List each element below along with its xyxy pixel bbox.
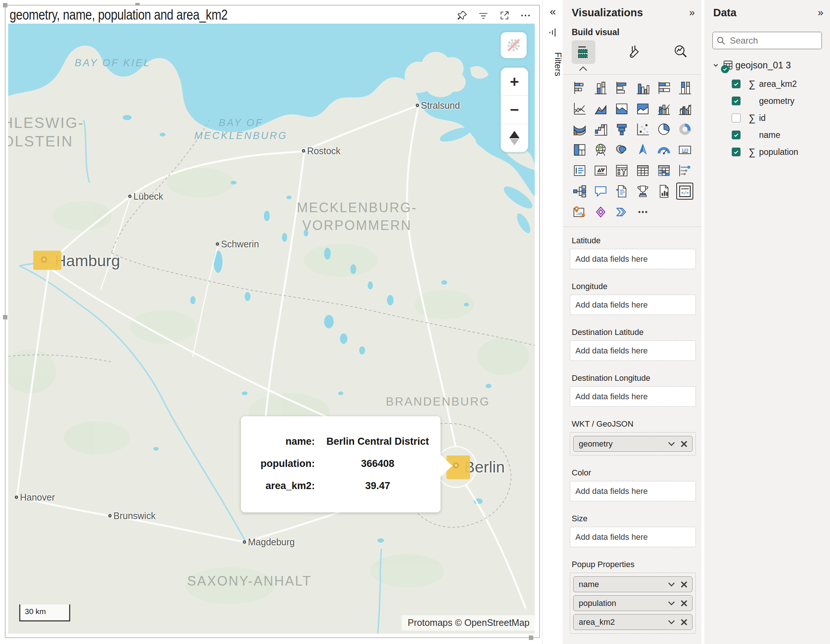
- stacked-bar-chart-visual-icon[interactable]: [571, 79, 588, 96]
- field-name[interactable]: geometry: [759, 96, 795, 106]
- pie-chart-visual-icon[interactable]: [655, 121, 672, 138]
- card-visual-icon[interactable]: 123: [676, 141, 693, 158]
- expand-filters-icon[interactable]: «: [542, 5, 563, 18]
- data-table-name[interactable]: geojson_01 3: [735, 60, 791, 71]
- more-options-visual-icon[interactable]: [634, 203, 651, 220]
- field-row-geometry[interactable]: ∑geometry: [713, 92, 826, 109]
- more-options-icon[interactable]: [520, 10, 531, 21]
- smart-narrative-visual-icon[interactable]: [613, 182, 630, 200]
- power-apps-visual-icon[interactable]: [592, 203, 609, 220]
- donut-chart-visual-icon[interactable]: [676, 121, 693, 138]
- paginated-report-visual-icon[interactable]: [655, 182, 672, 200]
- city-marker-hanover[interactable]: Hanover: [15, 492, 55, 503]
- ribbon-chart-visual-icon[interactable]: [571, 121, 588, 138]
- collapse-pane-icon[interactable]: »: [689, 7, 695, 19]
- focus-mode-icon[interactable]: [499, 10, 510, 21]
- scatter-chart-visual-icon[interactable]: [634, 121, 651, 138]
- tab-build-visual[interactable]: [572, 40, 596, 64]
- filter-pane-icon[interactable]: [548, 27, 558, 38]
- multi-row-card-visual-icon[interactable]: [571, 162, 588, 179]
- remove-field-icon[interactable]: [680, 600, 688, 607]
- zoom-in-button[interactable]: +: [501, 68, 528, 95]
- field-name[interactable]: population: [759, 147, 798, 157]
- table-visual-icon[interactable]: [634, 162, 651, 179]
- resize-handle[interactable]: [3, 315, 7, 319]
- decomposition-tree-visual-icon[interactable]: [571, 182, 588, 200]
- q-and-a-visual-icon[interactable]: [592, 182, 609, 200]
- gauge-visual-icon[interactable]: [655, 141, 672, 158]
- geometry-marker-hamburg[interactable]: [33, 251, 61, 270]
- funnel-chart-visual-icon[interactable]: [613, 121, 630, 138]
- hundred-percent-stacked-column-chart-visual-icon[interactable]: [676, 79, 693, 96]
- hundred-percent-stacked-area-chart-visual-icon[interactable]: [634, 100, 651, 117]
- city-marker-lübeck[interactable]: Lübeck: [128, 191, 163, 202]
- field-row-id[interactable]: ∑id: [713, 109, 826, 127]
- field-checkbox[interactable]: [732, 148, 741, 156]
- azure-map-visual-icon[interactable]: [634, 141, 651, 158]
- chevron-down-icon[interactable]: [668, 600, 675, 607]
- chevron-down-icon[interactable]: [668, 619, 675, 626]
- city-marker-brunswick[interactable]: Brunswick: [108, 511, 155, 521]
- slicer-visual-icon[interactable]: [613, 162, 630, 179]
- well-dropzone[interactable]: geometry: [570, 432, 696, 455]
- filter-icon[interactable]: [478, 10, 489, 21]
- matrix-visual-icon[interactable]: [655, 162, 672, 179]
- kpi-visual-icon[interactable]: [592, 162, 609, 179]
- resize-handle[interactable]: [529, 636, 533, 640]
- tab-analytics[interactable]: [669, 40, 692, 64]
- city-marker-rostock[interactable]: Rostock: [302, 146, 341, 156]
- search-input[interactable]: [730, 35, 830, 46]
- field-name[interactable]: id: [759, 113, 766, 123]
- field-checkbox[interactable]: [732, 130, 741, 140]
- map-visual[interactable]: BAY OF KIELBAY OFMECKLENBURGHLESWIG-OLST…: [8, 24, 535, 634]
- field-row-population[interactable]: ∑population: [713, 143, 826, 160]
- well-dropzone[interactable]: Add data fields here: [570, 341, 696, 361]
- key-influencers-visual-icon[interactable]: [676, 162, 693, 179]
- map-visual-icon[interactable]: [592, 141, 609, 158]
- field-checkbox[interactable]: [732, 114, 741, 122]
- stacked-area-chart-visual-icon[interactable]: [613, 100, 630, 117]
- chevron-down-icon[interactable]: [668, 440, 675, 448]
- field-checkbox[interactable]: [732, 97, 741, 105]
- chevron-down-icon[interactable]: [668, 581, 675, 588]
- field-name[interactable]: name: [759, 130, 781, 140]
- line-and-stacked-column-chart-visual-icon[interactable]: [655, 100, 672, 117]
- tab-format-visual[interactable]: [621, 40, 644, 64]
- report-canvas[interactable]: geometry, name, population and area_km2: [0, 0, 542, 644]
- clustered-bar-chart-visual-icon[interactable]: [613, 79, 630, 96]
- field-name[interactable]: area_km2: [759, 79, 797, 89]
- arcgis-map-visual-icon[interactable]: [571, 203, 588, 220]
- chevron-down-icon[interactable]: [713, 62, 719, 68]
- remove-field-icon[interactable]: [680, 619, 688, 626]
- clustered-column-chart-visual-icon[interactable]: [634, 79, 651, 96]
- field-row-area_km2[interactable]: ∑area_km2: [713, 75, 826, 92]
- html-content-visual-icon[interactable]: </>: [676, 182, 693, 200]
- remove-field-icon[interactable]: [680, 581, 688, 588]
- field-row-name[interactable]: ∑name: [713, 127, 826, 143]
- collapse-pane-icon[interactable]: »: [818, 7, 823, 19]
- treemap-visual-icon[interactable]: [571, 141, 588, 158]
- zoom-out-button[interactable]: −: [501, 95, 528, 124]
- power-automate-visual-icon[interactable]: [613, 203, 630, 220]
- collapse-gallery-icon[interactable]: [578, 66, 588, 72]
- well-dropzone[interactable]: Add data fields here: [570, 481, 696, 501]
- field-chip[interactable]: area_km2: [573, 614, 692, 630]
- city-marker-schwerin[interactable]: Schwerin: [216, 239, 259, 249]
- hundred-percent-stacked-bar-chart-visual-icon[interactable]: [655, 79, 672, 96]
- line-chart-visual-icon[interactable]: [571, 100, 588, 117]
- metrics-visual-icon[interactable]: [634, 182, 651, 200]
- stacked-column-chart-visual-icon[interactable]: [592, 79, 609, 96]
- remove-field-icon[interactable]: [680, 440, 688, 448]
- search-box[interactable]: [713, 32, 822, 49]
- city-marker-magdeburg[interactable]: Magdeburg: [243, 537, 295, 547]
- pitch-toggle[interactable]: [501, 124, 528, 152]
- filters-pane-title[interactable]: Filters: [542, 42, 563, 87]
- auto-zoom-off-icon[interactable]: [501, 32, 527, 58]
- filled-map-visual-icon[interactable]: [613, 141, 630, 158]
- well-dropzone[interactable]: Add data fields here: [570, 386, 696, 407]
- pin-icon[interactable]: [457, 10, 468, 21]
- area-chart-visual-icon[interactable]: [592, 100, 609, 117]
- city-marker-stralsund[interactable]: Stralsund: [416, 100, 460, 111]
- well-dropzone[interactable]: Add data fields here: [570, 249, 696, 269]
- field-checkbox[interactable]: [732, 79, 741, 88]
